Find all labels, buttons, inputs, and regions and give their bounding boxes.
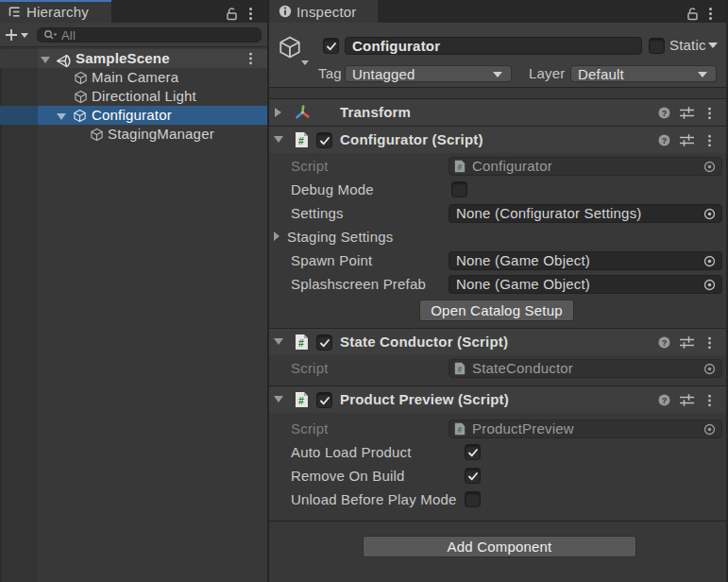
staging-settings-foldout-icon[interactable]	[274, 231, 279, 241]
hierarchy-row-scene[interactable]: SampleScene	[0, 49, 267, 68]
help-icon[interactable]: ?	[658, 134, 670, 146]
hierarchy-lock-icon[interactable]	[225, 7, 238, 21]
product-preview-foldout-icon[interactable]	[274, 396, 283, 402]
static-checkbox[interactable]	[649, 38, 665, 54]
svg-text:#: #	[298, 337, 304, 349]
script-icon: #	[295, 131, 309, 148]
inspector-menu-icon[interactable]	[708, 7, 713, 21]
svg-text:#: #	[458, 163, 463, 172]
svg-text:?: ?	[662, 136, 668, 146]
cube-icon	[73, 109, 87, 123]
inspector-lock-icon[interactable]	[686, 7, 699, 21]
hierarchy-item-label[interactable]: Main Camera	[92, 68, 178, 87]
scene-menu-icon[interactable]	[248, 52, 253, 65]
help-icon[interactable]: ?	[658, 336, 670, 349]
field-label-spawn-point: Spawn Point	[291, 251, 372, 270]
cube-icon	[74, 71, 88, 85]
product-preview-component-header[interactable]: # Product Preview (Script) ?	[269, 386, 728, 413]
tag-caret-icon	[493, 72, 502, 77]
hierarchy-row-main-camera[interactable]: Main Camera	[0, 68, 267, 87]
open-catalog-setup-button[interactable]: Open Catalog Setup	[419, 300, 574, 321]
help-icon[interactable]: ?	[658, 107, 670, 119]
static-label: Static	[669, 38, 706, 53]
transform-component-header[interactable]: Transform ?	[269, 99, 728, 126]
component-menu-icon[interactable]	[707, 134, 712, 147]
script-field: # Configurator	[449, 157, 722, 176]
presets-icon[interactable]	[679, 133, 695, 147]
hierarchy-item-label[interactable]: StagingManager	[108, 125, 214, 144]
presets-icon[interactable]	[679, 335, 695, 350]
hierarchy-menu-icon[interactable]	[248, 7, 253, 21]
hierarchy-tab-label: Hierarchy	[26, 4, 89, 20]
object-picker-icon[interactable]	[703, 255, 716, 267]
layer-label: Layer	[529, 65, 566, 81]
game-object-name-field[interactable]: Configurator	[345, 37, 642, 55]
hierarchy-item-label[interactable]: Configurator	[92, 106, 172, 125]
field-label-staging-settings[interactable]: Staging Settings	[287, 228, 393, 247]
object-picker-icon[interactable]	[703, 279, 716, 291]
layer-caret-icon	[698, 72, 707, 77]
transform-icon	[294, 104, 311, 121]
state-conductor-foldout-icon[interactable]	[274, 338, 283, 345]
state-conductor-enabled-checkbox[interactable]	[316, 334, 332, 351]
object-field-value: None (Configurator Settings)	[456, 205, 642, 222]
hierarchy-row-configurator[interactable]: Configurator	[0, 106, 267, 125]
hierarchy-row-directional-light[interactable]: Directional Light	[0, 87, 267, 106]
state-conductor-component-header[interactable]: # State Conductor (Script) ?	[269, 329, 728, 355]
auto-load-product-checkbox[interactable]	[465, 444, 481, 460]
object-picker-icon[interactable]	[703, 161, 716, 173]
object-picker-icon[interactable]	[703, 423, 716, 436]
component-menu-icon[interactable]	[707, 336, 712, 350]
item-foldout-icon[interactable]	[57, 113, 66, 120]
svg-text:#: #	[458, 425, 463, 435]
settings-object-field[interactable]: None (Configurator Settings)	[449, 204, 722, 223]
product-preview-enabled-checkbox[interactable]	[316, 392, 332, 408]
object-picker-icon[interactable]	[703, 363, 716, 375]
scene-foldout-icon[interactable]	[41, 57, 50, 63]
field-label-script: Script	[291, 419, 329, 438]
tab-inspector[interactable]: Inspector	[269, 0, 378, 23]
info-icon	[279, 5, 292, 18]
help-icon[interactable]: ?	[658, 394, 670, 406]
field-label-splashscreen-prefab: Splashscreen Prefab	[291, 275, 426, 294]
layer-value: Default	[578, 66, 624, 82]
object-picker-icon[interactable]	[703, 208, 716, 220]
svg-text:#: #	[458, 365, 463, 374]
add-component-button[interactable]: Add Component	[363, 536, 636, 557]
static-caret-icon[interactable]	[708, 43, 718, 48]
product-preview-title: Product Preview (Script)	[340, 386, 509, 413]
component-menu-icon[interactable]	[707, 394, 712, 407]
svg-text:?: ?	[662, 109, 668, 118]
debug-mode-checkbox[interactable]	[451, 181, 467, 197]
tab-hierarchy[interactable]: Hierarchy	[0, 0, 111, 23]
script-field-value: ProductPreview	[472, 420, 574, 437]
game-object-name: Configurator	[352, 38, 440, 54]
transform-foldout-icon[interactable]	[275, 108, 281, 117]
hierarchy-row-staging-manager[interactable]: StagingManager	[0, 125, 267, 144]
presets-icon[interactable]	[679, 106, 695, 120]
create-object-button[interactable]	[5, 27, 29, 43]
field-label-remove-on-build: Remove On Build	[291, 467, 405, 486]
hierarchy-item-label[interactable]: Directional Light	[92, 87, 196, 106]
unload-before-play-mode-checkbox[interactable]	[465, 491, 481, 507]
configurator-title: Configurator (Script)	[340, 127, 483, 153]
hierarchy-search-input[interactable]: All	[37, 27, 262, 43]
script-icon: #	[295, 391, 309, 408]
configurator-foldout-icon[interactable]	[274, 136, 283, 143]
svg-text:#: #	[298, 135, 304, 146]
search-icon	[43, 29, 58, 41]
game-object-icon[interactable]	[278, 35, 302, 60]
field-label-debug-mode: Debug Mode	[291, 180, 374, 199]
splashscreen-prefab-object-field[interactable]: None (Game Object)	[449, 275, 722, 294]
hierarchy-item-label[interactable]: SampleScene	[76, 49, 170, 68]
component-menu-icon[interactable]	[707, 107, 712, 120]
configurator-enabled-checkbox[interactable]	[316, 132, 332, 148]
game-object-active-checkbox[interactable]	[323, 38, 339, 54]
remove-on-build-checkbox[interactable]	[465, 468, 481, 484]
tag-dropdown[interactable]: Untagged	[345, 65, 512, 82]
presets-icon[interactable]	[679, 393, 695, 407]
configurator-component-header[interactable]: # Configurator (Script) ?	[269, 127, 728, 153]
spawn-point-object-field[interactable]: None (Game Object)	[449, 251, 722, 270]
layer-dropdown[interactable]: Default	[570, 65, 717, 82]
field-label-auto-load-product: Auto Load Product	[291, 443, 412, 462]
